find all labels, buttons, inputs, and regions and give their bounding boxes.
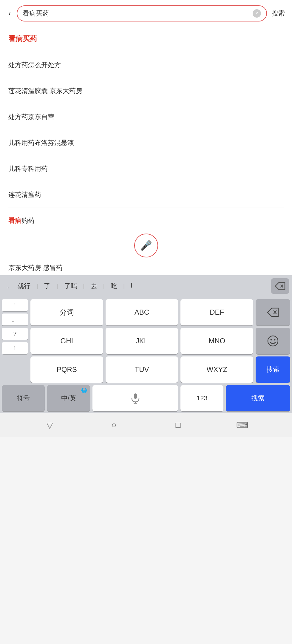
keyboard-left-col: ' 。 ？ ！	[2, 299, 28, 383]
key-question[interactable]: ？	[2, 328, 28, 340]
nav-recent-icon[interactable]: □	[169, 416, 187, 434]
suggestion-pill-3[interactable]: 了吗	[60, 280, 81, 292]
suggestion-pill-1[interactable]: 就行	[13, 280, 35, 292]
keyboard-delete-button[interactable]	[271, 278, 289, 294]
suggestion-text: 处方药京东自营	[8, 113, 54, 121]
clear-button[interactable]: ×	[253, 9, 261, 18]
nav-bar: ▽ ○ □ ⌨	[0, 413, 292, 437]
suggestion-text: 莲花清温胶囊 京东大药房	[8, 87, 82, 95]
key-numbers[interactable]: 123	[180, 385, 223, 411]
keyboard: ' 。 ？ ！ 分词 ABC DEF GHI JKL MNO PQRS TUV …	[0, 297, 292, 413]
emoji-icon	[267, 335, 279, 347]
separator-3: |	[83, 280, 85, 292]
suggestion-text: 儿科专科用药	[8, 165, 48, 172]
partial-text: 京东大药房 感冒药	[8, 264, 63, 271]
suggestion-text: 连花清瘟药	[8, 191, 41, 198]
list-item[interactable]: 看病买药	[8, 26, 284, 52]
key-tuv[interactable]: TUV	[106, 356, 178, 383]
list-item[interactable]: 莲花清温胶囊 京东大药房	[8, 78, 284, 104]
suggestion-pill-5[interactable]: 吃	[106, 280, 121, 292]
list-item[interactable]: 儿科用药布洛芬混悬液	[8, 130, 284, 156]
key-bottom-search[interactable]: 搜索	[226, 385, 290, 411]
search-bar[interactable]: 看病买药 ×	[17, 5, 267, 21]
key-chinese-english[interactable]: 🌐 中/英	[47, 385, 90, 411]
key-space[interactable]	[92, 385, 178, 411]
key-wxyz[interactable]: WXYZ	[180, 356, 253, 383]
nav-keyboard-icon[interactable]: ⌨	[233, 416, 251, 434]
svg-rect-7	[134, 393, 137, 399]
keyboard-main-area: ' 。 ？ ！ 分词 ABC DEF GHI JKL MNO PQRS TUV …	[2, 299, 290, 383]
key-fenchi[interactable]: 分词	[30, 299, 103, 325]
suggestion-pill-4[interactable]: 去	[86, 280, 101, 292]
key-def[interactable]: DEF	[180, 299, 253, 325]
separator-4: |	[103, 280, 105, 292]
keyboard-row-2: GHI JKL MNO	[30, 328, 253, 354]
list-item[interactable]: 处方药京东自营	[8, 104, 284, 130]
mic-overlay: 🎤	[0, 234, 292, 257]
list-item[interactable]: 处方药怎么开处方	[8, 52, 284, 78]
suggestion-text: 儿科用药布洛芬混悬液	[8, 139, 74, 146]
key-apostrophe[interactable]: '	[2, 299, 28, 311]
key-ghi[interactable]: GHI	[30, 328, 103, 354]
comma-key[interactable]: ,	[3, 282, 13, 290]
key-abc[interactable]: ABC	[106, 299, 178, 325]
search-input[interactable]: 看病买药	[23, 9, 250, 18]
suggestion-text: 看病买药	[8, 35, 37, 43]
suggestion-rest-part: 购药	[21, 217, 35, 224]
key-exclaim[interactable]: ！	[2, 342, 28, 354]
suggestion-pill-6[interactable]: I	[126, 280, 137, 292]
separator-1: |	[36, 280, 38, 292]
keyboard-middle: 分词 ABC DEF GHI JKL MNO PQRS TUV WXYZ	[30, 299, 253, 383]
keyboard-emoji-key[interactable]	[256, 328, 290, 354]
header: ‹ 看病买药 × 搜索	[0, 0, 292, 26]
delete-key-icon	[267, 308, 279, 317]
list-item[interactable]: 连花清瘟药	[8, 182, 284, 208]
key-period[interactable]: 。	[2, 313, 28, 325]
key-pqrs[interactable]: PQRS	[30, 356, 103, 383]
keyboard-row-3: PQRS TUV WXYZ	[30, 356, 253, 383]
svg-point-4	[268, 336, 278, 346]
nav-back-icon[interactable]: ▽	[41, 416, 59, 434]
svg-point-6	[274, 339, 276, 341]
key-symbols[interactable]: 符号	[2, 385, 45, 411]
suggestion-pills: 就行 | 了 | 了吗 | 去 | 吃 | I	[13, 280, 269, 292]
keyboard-row-1: 分词 ABC DEF	[30, 299, 253, 325]
keyboard-bottom-row: 符号 🌐 中/英 123 搜索	[2, 385, 290, 411]
list-item[interactable]: 儿科专科用药	[8, 156, 284, 182]
partial-suggestion[interactable]: 京东大药房 感冒药	[0, 257, 292, 275]
mic-icon: 🎤	[140, 240, 152, 251]
chinese-label: 中/英	[61, 394, 76, 403]
key-jkl[interactable]: JKL	[106, 328, 178, 354]
back-button[interactable]: ‹	[6, 8, 13, 19]
keyboard-right-col: 搜索	[256, 299, 290, 383]
nav-home-icon[interactable]: ○	[105, 416, 123, 434]
suggestion-red-part: 看病	[8, 217, 21, 224]
suggestions-list: 看病买药 处方药怎么开处方 莲花清温胶囊 京东大药房 处方药京东自营 儿科用药布…	[0, 26, 292, 275]
globe-icon: 🌐	[81, 387, 87, 393]
list-item[interactable]: 看病购药	[8, 208, 284, 234]
separator-2: |	[56, 280, 58, 292]
key-mno[interactable]: MNO	[180, 328, 253, 354]
delete-icon	[275, 282, 285, 290]
mic-small-icon	[130, 393, 141, 404]
mic-button[interactable]: 🎤	[134, 234, 158, 257]
suggestion-pill-2[interactable]: 了	[40, 280, 55, 292]
svg-point-5	[271, 339, 272, 341]
separator-5: |	[123, 280, 125, 292]
search-button[interactable]: 搜索	[271, 9, 286, 18]
keyboard-suggestion-bar: , 就行 | 了 | 了吗 | 去 | 吃 | I	[0, 275, 292, 297]
suggestion-text: 处方药怎么开处方	[8, 61, 61, 69]
keyboard-search-key[interactable]: 搜索	[256, 356, 290, 383]
keyboard-delete-key[interactable]	[256, 299, 290, 325]
suggestions-container: 看病买药 处方药怎么开处方 莲花清温胶囊 京东大药房 处方药京东自营 儿科用药布…	[0, 26, 292, 234]
